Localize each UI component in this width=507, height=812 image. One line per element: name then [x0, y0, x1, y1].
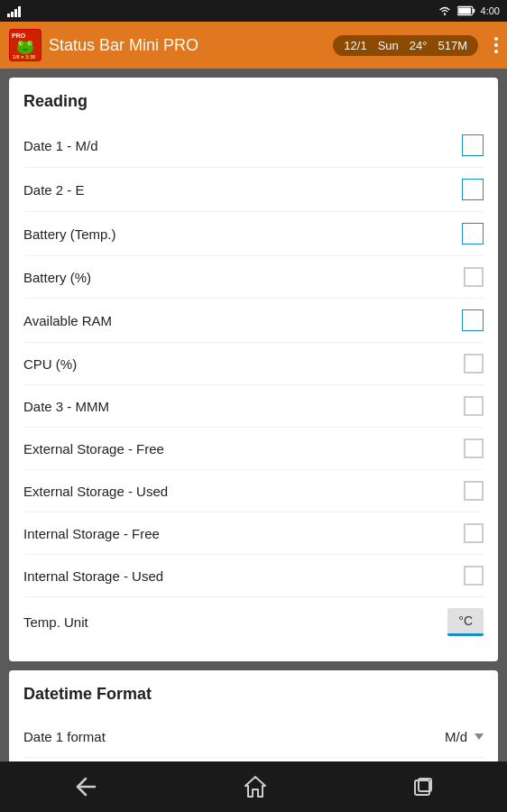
- home-icon: [244, 775, 267, 798]
- setting-label-int-free: Internal Storage - Free: [23, 526, 160, 541]
- datetime-title: Datetime Format: [23, 685, 484, 704]
- setting-label-ext-free: External Storage - Free: [23, 441, 164, 457]
- app-title: Status Bar Mini PRO: [49, 36, 326, 55]
- dropdown-value-date1[interactable]: M/d: [445, 729, 484, 744]
- header-temp: 24°: [408, 39, 429, 52]
- recents-button[interactable]: [391, 769, 456, 805]
- checkbox-int-free[interactable]: [464, 523, 484, 543]
- setting-row-date2: Date 2 - E: [23, 168, 484, 212]
- svg-text:PRO: PRO: [12, 32, 26, 39]
- setting-label-date2: Date 2 - E: [23, 182, 85, 198]
- datetime-card: Datetime Format Date 1 format M/d Date 2…: [9, 670, 498, 761]
- app-header: PRO 1/8 ● 3:38 Status Bar Mini PRO 12/1 …: [0, 22, 507, 69]
- main-content: Reading Date 1 - M/d Date 2 - E Battery …: [0, 69, 507, 761]
- reading-card: Reading Date 1 - M/d Date 2 - E Battery …: [9, 78, 498, 661]
- setting-row-battery-temp: Battery (Temp.): [23, 212, 484, 256]
- svg-rect-3: [458, 8, 471, 14]
- setting-label-date1: Date 1 - M/d: [23, 138, 98, 153]
- setting-row-ram: Available RAM: [23, 299, 484, 343]
- svg-rect-2: [473, 9, 475, 14]
- dropdown-text-date1: M/d: [445, 729, 467, 744]
- recents-icon: [412, 776, 434, 798]
- status-bar-left: [7, 5, 21, 17]
- setting-label-int-used: Internal Storage - Used: [23, 568, 163, 584]
- checkbox-date3[interactable]: [464, 396, 484, 416]
- signal-bars-icon: [7, 5, 21, 17]
- battery-icon: [457, 5, 475, 16]
- checkbox-ram[interactable]: [462, 309, 484, 331]
- header-stats: 12/1 Sun 24° 517M: [333, 35, 478, 56]
- reading-title: Reading: [23, 92, 484, 111]
- setting-label-date3: Date 3 - MMM: [23, 399, 109, 414]
- back-button[interactable]: [51, 770, 120, 804]
- checkbox-int-used[interactable]: [464, 566, 484, 586]
- dropdown-arrow-date1: [475, 734, 484, 740]
- setting-row-battery-pct: Battery (%): [23, 256, 484, 299]
- svg-point-11: [21, 42, 22, 43]
- setting-label-battery-temp: Battery (Temp.): [23, 226, 116, 242]
- setting-row-int-used: Internal Storage - Used: [23, 555, 484, 597]
- checkbox-date2[interactable]: [462, 179, 484, 200]
- checkbox-date1[interactable]: [462, 134, 484, 156]
- svg-point-12: [30, 42, 31, 43]
- temp-unit-button[interactable]: °C: [447, 608, 484, 636]
- checkbox-ext-free[interactable]: [464, 438, 484, 458]
- setting-row-date1: Date 1 - M/d: [23, 124, 484, 168]
- svg-marker-16: [245, 777, 265, 797]
- setting-label-ext-used: External Storage - Used: [23, 484, 168, 499]
- setting-label-ram: Available RAM: [23, 313, 112, 328]
- svg-rect-17: [415, 780, 429, 795]
- svg-point-0: [444, 14, 446, 15]
- setting-row-date3: Date 3 - MMM: [23, 385, 484, 428]
- wifi-icon: [438, 5, 452, 16]
- checkbox-ext-used[interactable]: [464, 481, 484, 501]
- checkbox-battery-temp[interactable]: [462, 223, 484, 245]
- setting-label-battery-pct: Battery (%): [23, 270, 91, 285]
- header-date: 12/1: [342, 39, 368, 52]
- back-icon: [73, 777, 98, 797]
- header-stat-pill: 12/1 Sun 24° 517M: [333, 35, 478, 56]
- setting-row-ext-used: External Storage - Used: [23, 470, 484, 512]
- status-time: 4:00: [481, 5, 500, 16]
- status-bar-top: 4:00: [0, 0, 507, 22]
- checkbox-cpu[interactable]: [464, 354, 484, 374]
- svg-text:1/8 ● 3:38: 1/8 ● 3:38: [13, 54, 35, 60]
- status-bar-right: 4:00: [438, 5, 500, 16]
- setting-row-int-free: Internal Storage - Free: [23, 512, 484, 555]
- svg-rect-13: [23, 49, 28, 51]
- setting-row-temp-unit: Temp. Unit °C: [23, 597, 484, 647]
- dropdown-row-date1: Date 1 format M/d: [23, 716, 484, 758]
- checkbox-battery-pct[interactable]: [464, 267, 484, 287]
- dropdown-label-date1: Date 1 format: [23, 729, 106, 744]
- header-memory: 517M: [436, 39, 469, 52]
- setting-row-ext-free: External Storage - Free: [23, 428, 484, 470]
- app-logo: PRO 1/8 ● 3:38: [9, 29, 41, 61]
- bottom-nav: [0, 761, 507, 812]
- setting-label-temp-unit: Temp. Unit: [23, 614, 88, 630]
- more-options-button[interactable]: [494, 37, 498, 53]
- setting-row-cpu: CPU (%): [23, 343, 484, 385]
- setting-label-cpu: CPU (%): [23, 356, 77, 372]
- header-day: Sun: [376, 39, 401, 52]
- home-button[interactable]: [222, 768, 289, 806]
